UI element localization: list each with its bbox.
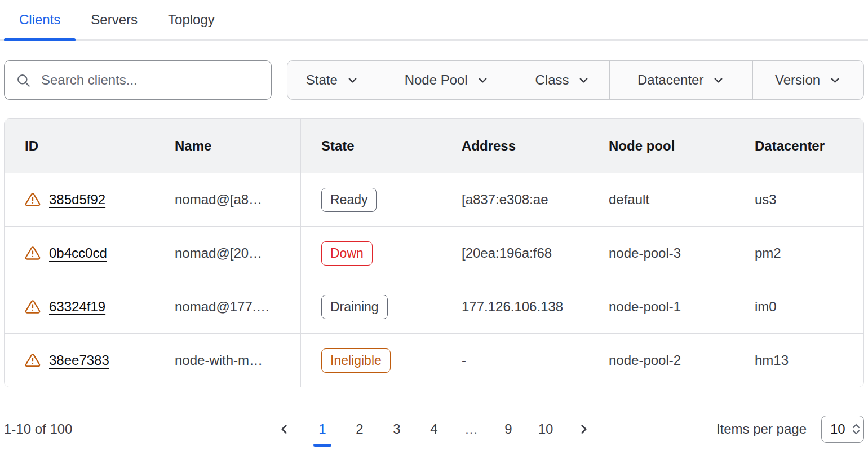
chevron-down-icon <box>577 74 590 87</box>
chevron-left-icon <box>277 422 291 436</box>
chevron-right-icon <box>577 422 591 436</box>
table-row-2-address: [20ea:196a:f68 <box>441 226 588 280</box>
column-header-state: State <box>301 119 441 173</box>
page-ellipsis: … <box>461 421 481 437</box>
page-button-9[interactable]: 9 <box>498 421 519 437</box>
page-button-2[interactable]: 2 <box>349 421 370 437</box>
status-badge: Ready <box>321 188 377 212</box>
next-page-button[interactable] <box>573 418 595 440</box>
table-row-1-datacenter: us3 <box>734 173 863 226</box>
table-row-4-address: - <box>441 333 588 387</box>
tab-topology[interactable]: Toplogy <box>153 0 230 39</box>
clients-table: ID Name State Address Node pool Datacent… <box>4 118 864 387</box>
status-badge: Draining <box>321 295 388 319</box>
tab-servers-label: Servers <box>91 12 138 28</box>
filter-datacenter-label: Datacenter <box>637 72 703 88</box>
search-icon <box>16 73 31 88</box>
client-id-link[interactable]: 63324f19 <box>49 299 105 315</box>
column-header-id: ID <box>5 119 154 173</box>
filter-version[interactable]: Version <box>753 61 863 99</box>
client-id-link[interactable]: 0b4cc0cd <box>49 245 107 261</box>
table-row-4-id-cell: 38ee7383 <box>5 333 154 387</box>
column-header-node-pool: Node pool <box>588 119 734 173</box>
table-row-2-state: Down <box>301 226 441 280</box>
page-button-1[interactable]: 1 <box>312 421 333 437</box>
search-input[interactable] <box>40 72 260 89</box>
items-per-page-value: 10 <box>830 421 845 437</box>
table-row-4-datacenter: hm13 <box>734 333 863 387</box>
table-row-3-node-pool: node-pool-1 <box>588 280 734 333</box>
table-row-3-address: 177.126.106.138 <box>441 280 588 333</box>
page-summary: 1-10 of 100 <box>4 421 72 437</box>
filter-class-label: Class <box>535 72 569 88</box>
pagination: 1 2 3 4 … 9 10 <box>273 418 595 440</box>
warning-icon <box>25 245 41 261</box>
column-header-address: Address <box>441 119 588 173</box>
table-row-4-node-pool: node-pool-2 <box>588 333 734 387</box>
chevron-down-icon <box>712 74 725 87</box>
table-row-3-id-cell: 63324f19 <box>5 280 154 333</box>
warning-icon <box>25 299 41 315</box>
chevron-down-icon <box>346 74 359 87</box>
table-row-1-name: nomad@[a8… <box>154 173 301 226</box>
table-row-4-name: node-with-m… <box>154 333 301 387</box>
table-row-3-name: nomad@177.… <box>154 280 301 333</box>
filter-datacenter[interactable]: Datacenter <box>610 61 753 99</box>
toolbar: State Node Pool Class Datacenter Version <box>4 60 864 100</box>
table-footer: 1-10 of 100 1 2 3 4 … 9 10 Items per pag… <box>4 413 864 445</box>
table-row-2-datacenter: pm2 <box>734 226 863 280</box>
table-row-2-name: nomad@[20… <box>154 226 301 280</box>
items-per-page: Items per page 10 <box>716 416 864 443</box>
table-row-3-state: Draining <box>301 280 441 333</box>
tab-clients-label: Clients <box>19 12 60 28</box>
select-chevrons-icon <box>851 422 862 436</box>
items-per-page-label: Items per page <box>716 421 807 437</box>
table-row-2-id-cell: 0b4cc0cd <box>5 226 154 280</box>
warning-icon <box>25 352 41 368</box>
filter-version-label: Version <box>775 72 820 88</box>
filter-node-pool[interactable]: Node Pool <box>378 61 516 99</box>
tab-clients[interactable]: Clients <box>4 0 76 39</box>
chevron-down-icon <box>476 74 489 87</box>
status-badge: Down <box>321 241 373 266</box>
filter-state-label: State <box>306 72 338 88</box>
warning-icon <box>25 192 41 208</box>
clients-page: Clients Servers Toplogy State Node Pool <box>0 0 868 445</box>
items-per-page-select[interactable]: 10 <box>821 416 864 443</box>
page-button-3[interactable]: 3 <box>387 421 407 437</box>
table-row-2-node-pool: node-pool-3 <box>588 226 734 280</box>
table-row-1-id-cell: 385d5f92 <box>5 173 154 226</box>
table-row-1-address: [a837:e308:ae <box>441 173 588 226</box>
filter-class[interactable]: Class <box>516 61 610 99</box>
client-id-link[interactable]: 38ee7383 <box>49 352 109 368</box>
client-id-link[interactable]: 385d5f92 <box>49 192 105 208</box>
table-row-3-datacenter: im0 <box>734 280 863 333</box>
previous-page-button[interactable] <box>273 418 295 440</box>
search-box <box>4 60 272 100</box>
filter-node-pool-label: Node Pool <box>405 72 468 88</box>
table-row-1-node-pool: default <box>588 173 734 226</box>
filter-state[interactable]: State <box>287 61 378 99</box>
column-header-name: Name <box>154 119 301 173</box>
tab-topology-label: Toplogy <box>168 12 215 28</box>
filter-group: State Node Pool Class Datacenter Version <box>287 60 864 100</box>
column-header-datacenter: Datacenter <box>734 119 863 173</box>
status-badge: Ineligible <box>321 348 391 373</box>
chevron-down-icon <box>829 74 842 87</box>
page-button-4[interactable]: 4 <box>424 421 444 437</box>
table-row-1-state: Ready <box>301 173 441 226</box>
tab-servers[interactable]: Servers <box>76 0 153 39</box>
tab-bar: Clients Servers Toplogy <box>0 0 868 41</box>
page-button-10[interactable]: 10 <box>535 421 556 437</box>
table-row-4-state: Ineligible <box>301 333 441 387</box>
